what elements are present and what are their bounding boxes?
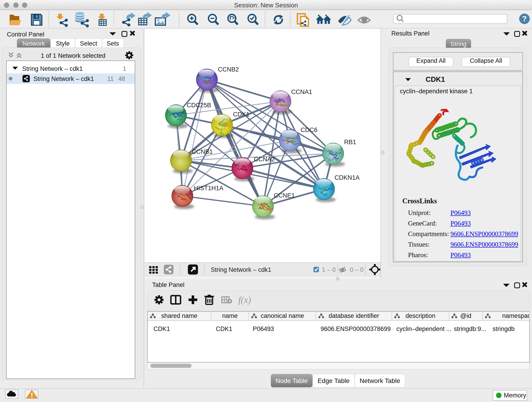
svg-text:CDC25B: CDC25B [187,102,211,109]
svg-text:String Network – cdk1: String Network – cdk1 [22,65,83,72]
svg-text:String Network – cdk1: String Network – cdk1 [33,75,94,82]
svg-text:CCNE1: CCNE1 [274,192,295,199]
svg-text:CCNB1: CCNB1 [192,148,213,155]
svg-text:CDK1: CDK1 [233,111,249,118]
svg-text:CCNB2: CCNB2 [218,66,239,73]
svg-text:CDC6: CDC6 [301,127,317,133]
svg-text:HIST1H1A: HIST1H1A [194,185,223,191]
svg-text:Memory: Memory [504,392,526,399]
svg-text:?: ? [522,14,527,23]
svg-text:String Network – cdk1: String Network – cdk1 [211,266,271,273]
svg-text:11: 11 [107,75,114,82]
svg-text:RB1: RB1 [344,139,356,146]
svg-text:0 – 0: 0 – 0 [350,266,364,273]
svg-text:f(x): f(x) [238,295,251,305]
svg-text:48: 48 [118,75,125,82]
svg-text:CCNA1: CCNA1 [291,89,312,95]
svg-text:1: 1 [123,65,126,72]
svg-text:CDK1: CDK1 [426,75,445,83]
svg-text:1 – 0: 1 – 0 [322,266,336,273]
svg-text:1 of 1 Network selected: 1 of 1 Network selected [41,52,105,59]
svg-text:CCNA2: CCNA2 [254,156,275,163]
svg-text:CDKN1A: CDKN1A [335,174,360,181]
